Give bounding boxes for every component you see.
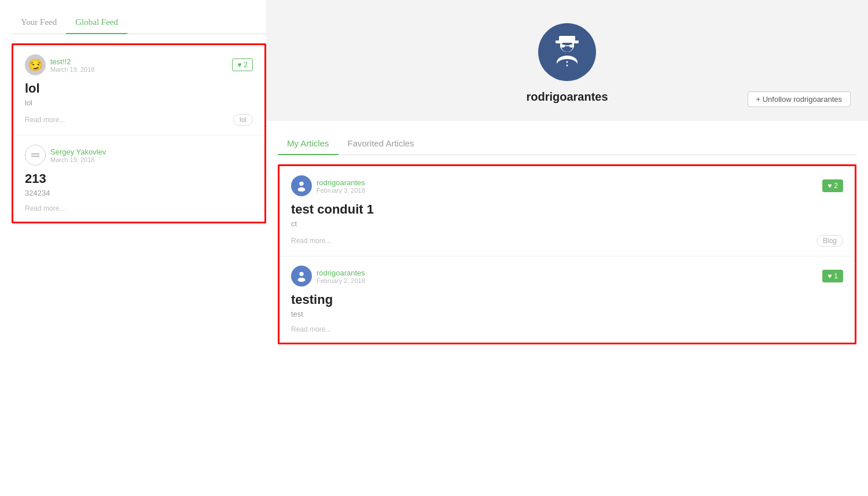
heart-icon-green-2: ♥ [827,272,832,280]
heart-icon-1: ♥ [237,61,241,69]
profile-tabs: My Articles Favorited Articles [278,133,856,155]
profile-article-meta-1: rodrigoarantes February 3, 2018 ♥ 2 [291,175,843,196]
avatar-line-1 [31,153,39,155]
profile-author-details-2: rodrigoarantes February 2, 2018 [317,269,365,284]
author-name-1[interactable]: test!!2 [50,57,94,66]
article-title-1[interactable]: lol [25,81,253,96]
article-footer-1: Read more... lol [25,114,253,126]
profile-article-title-2[interactable]: testing [291,292,843,307]
svg-rect-5 [560,45,565,47]
your-feed-tab[interactable]: Your Feed [12,12,66,34]
heart-icon-green-1: ♥ [827,182,832,190]
avatar-line-2 [31,156,39,157]
avatar-2 [25,145,46,166]
user-icon-1 [295,179,308,192]
profile-avatar [538,23,596,81]
favorited-articles-tab[interactable]: Favorited Articles [339,133,424,155]
svg-point-9 [567,61,568,63]
profile-like-count-2: 1 [834,272,838,280]
author-info-2: Sergey Yakovlev March 19, 2018 [25,145,106,166]
read-more-1[interactable]: Read more... [25,116,65,124]
article-desc-2: 324234 [25,189,253,197]
left-column: Your Feed Global Feed 😏 test!!2 March 19… [0,0,266,496]
tag-pill-1[interactable]: lol [233,114,253,126]
profile-article-meta-2: rodrigoarantes February 2, 2018 ♥ 1 [291,266,843,286]
like-count-1: 2 [244,61,248,69]
profile-article-card-2: rodrigoarantes February 2, 2018 ♥ 1 test… [279,256,855,343]
profile-article-footer-1: Read more... Blog [291,235,843,247]
global-feed-tab[interactable]: Global Feed [66,12,127,34]
profile-like-button-1[interactable]: ♥ 2 [822,179,843,192]
article-meta-2: Sergey Yakovlev March 19, 2018 [25,145,253,166]
profile-header: rodrigoarantes + Unfollow rodrigoarantes [266,0,868,121]
profile-read-more-2[interactable]: Read more... [291,325,331,333]
svg-point-10 [567,65,568,67]
svg-point-14 [298,188,306,192]
read-more-2[interactable]: Read more... [25,204,65,212]
feed-tabs: Your Feed Global Feed [12,12,266,34]
article-footer-2: Read more... [25,204,253,212]
right-column: rodrigoarantes + Unfollow rodrigoarantes… [266,0,868,496]
author-details-1: test!!2 March 19, 2018 [50,57,94,73]
article-desc-1: lol [25,98,253,107]
avatar-emoji-1: 😏 [28,58,43,72]
global-feed-article-list: 😏 test!!2 March 19, 2018 ♥ 2 lol lol [12,43,266,223]
author-info-1: 😏 test!!2 March 19, 2018 [25,54,94,75]
profile-article-list: rodrigoarantes February 3, 2018 ♥ 2 test… [278,164,856,344]
profile-like-button-2[interactable]: ♥ 1 [822,270,843,282]
author-name-2[interactable]: Sergey Yakovlev [50,148,106,156]
svg-rect-12 [559,36,575,42]
avatar-1: 😏 [25,54,46,75]
like-button-1[interactable]: ♥ 2 [232,58,253,71]
profile-author-info-1: rodrigoarantes February 3, 2018 [291,175,365,196]
profile-article-footer-2: Read more... [291,325,843,333]
author-details-2: Sergey Yakovlev March 19, 2018 [50,148,106,163]
article-date-2: March 19, 2018 [50,156,106,163]
profile-article-date-2: February 2, 2018 [317,277,365,284]
profile-author-details-1: rodrigoarantes February 3, 2018 [317,178,365,194]
article-card-1: 😏 test!!2 March 19, 2018 ♥ 2 lol lol [13,45,264,135]
svg-rect-6 [569,45,574,47]
profile-article-desc-1: ct [291,219,843,228]
svg-point-15 [299,272,303,276]
article-card-2: Sergey Yakovlev March 19, 2018 213 32423… [13,135,264,222]
profile-tag-pill-1[interactable]: Blog [816,235,843,247]
profile-article-title-1[interactable]: test conduit 1 [291,202,843,217]
profile-like-count-1: 2 [834,182,838,190]
profile-username: rodrigoarantes [526,90,608,104]
profile-author-info-2: rodrigoarantes February 2, 2018 [291,266,365,286]
profile-article-date-1: February 3, 2018 [317,187,365,194]
article-title-2[interactable]: 213 [25,171,253,186]
profile-article-avatar-1 [291,175,312,196]
svg-point-16 [298,278,306,282]
article-meta-1: 😏 test!!2 March 19, 2018 ♥ 2 [25,54,253,75]
profile-avatar-icon [550,35,584,69]
profile-read-more-1[interactable]: Read more... [291,237,331,245]
profile-article-card-1: rodrigoarantes February 3, 2018 ♥ 2 test… [279,166,855,256]
my-articles-tab[interactable]: My Articles [278,133,339,155]
unfollow-button[interactable]: + Unfollow rodrigoarantes [748,91,851,107]
article-date-1: March 19, 2018 [50,66,94,73]
profile-author-name-1[interactable]: rodrigoarantes [317,178,365,187]
profile-author-name-2[interactable]: rodrigoarantes [317,269,365,277]
profile-article-desc-2: test [291,310,843,318]
svg-point-13 [299,182,303,186]
user-icon-2 [295,270,308,282]
profile-article-avatar-2 [291,266,312,286]
